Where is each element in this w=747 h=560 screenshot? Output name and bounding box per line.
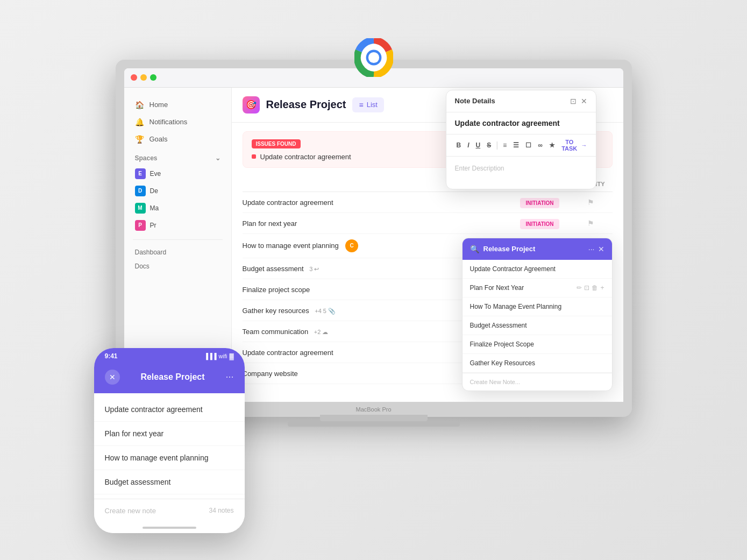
note-title[interactable]: Update contractor agreement [446,112,596,134]
task-cell: Gather key resources +4 5 📎 [243,306,467,315]
chrome-icon [354,38,393,77]
to-task-label: TO TASK [560,139,579,152]
wifi-icon: wifi [219,353,227,359]
notes-panel-controls: ··· ✕ [588,245,604,253]
space-item-eve[interactable]: E Eve [124,165,231,182]
note-list-item[interactable]: Update Contractor Agreement [463,260,612,279]
to-task-button[interactable]: TO TASK → [560,139,587,152]
search-icon[interactable]: 🔍 [470,245,479,253]
create-note-placeholder: Create New Note... [470,379,521,385]
project-icon: 🎯 [243,96,260,114]
space-item-pr[interactable]: P Pr [124,217,231,234]
issues-badge: ISSUES FOUND [252,139,301,148]
sidebar-item-goals[interactable]: 🏆 Goals [124,131,231,148]
notes-more-button[interactable]: ··· [588,245,595,253]
spaces-section: Spaces ⌄ [124,148,231,165]
popup-minimize-button[interactable]: ⊡ [570,97,577,105]
phone-menu-button[interactable]: ··· [225,371,233,382]
task-priority: ⚑ [570,218,613,228]
note-placeholder: Enter Description [455,165,504,172]
home-icon: 🏠 [135,101,144,109]
space-avatar-de: D [135,186,146,196]
note-list-item[interactable]: Gather Key Resources [463,354,612,373]
popup-controls: ⊡ ✕ [570,97,587,105]
task-meta: 3 ↩ [309,266,319,272]
bold-button[interactable]: B [455,140,463,150]
arrow-icon: → [581,142,587,148]
note-label: How To Manage Event Planning [470,303,562,310]
edit-icon[interactable]: ✏ [577,284,582,292]
phone-close-button[interactable]: ✕ [105,370,120,385]
stage-badge: INITIATION [520,219,559,229]
issue-label: Update contractor agreement [260,153,351,161]
popup-close-button[interactable]: ✕ [581,97,587,105]
sidebar-item-notifications[interactable]: 🔔 Notifications [124,114,231,131]
task-cell: Update contractor agreement [243,348,467,357]
space-item-ma[interactable]: M Ma [124,200,231,217]
phone-note-item[interactable]: Update contractor agreement [94,398,245,422]
task-meta: +4 5 📎 [315,308,336,314]
tab-list-label: List [367,101,378,109]
space-item-de[interactable]: D De [124,182,231,200]
traffic-light-red[interactable] [131,74,137,81]
link-button[interactable]: ∞ [536,140,544,150]
project-title: Release Project [266,98,346,111]
note-label: Finalize Project Scope [470,341,534,348]
ul-button[interactable]: ≡ [501,140,508,150]
task-priority: ⚑ [570,197,613,207]
phone-notes-list: Update contractor agreement Plan for nex… [94,393,245,499]
mobile-phone: 9:41 ▐▐▐ wifi ▓ ✕ Release Project ··· Up… [94,348,245,533]
phone-note-item[interactable]: How to manage event planning [94,446,245,470]
traffic-light-yellow[interactable] [140,74,147,81]
checkbox-button[interactable]: ☐ [524,140,533,150]
phone-create-note[interactable]: Create new note 34 notes [94,499,245,522]
ol-button[interactable]: ☰ [511,140,521,150]
create-new-note[interactable]: Create New Note... [463,373,612,391]
note-list-item[interactable]: Plan For Next Year ✏ ⊡ 🗑 + [463,279,612,297]
phone-note-item[interactable]: Budget assessment [94,470,245,494]
toolbar-sep-1: | [496,140,498,150]
traffic-light-green[interactable] [150,74,156,81]
task-cell: Team communication +2 ☁ [243,327,467,336]
notes-panel-title: Release Project [483,245,584,253]
task-name: Plan for next year [243,219,297,228]
note-list-item[interactable]: Budget Assessment [463,316,612,335]
phone-note-item[interactable]: Plan for next year [94,422,245,446]
note-body[interactable]: Enter Description [446,157,596,189]
phone-time: 9:41 [105,352,118,360]
tab-list[interactable]: ≡ List [352,97,383,112]
notes-close-button[interactable]: ✕ [598,245,604,253]
sidebar-label-notifications: Notifications [150,118,188,126]
task-name: Finalize project scope [243,286,310,294]
add-icon[interactable]: + [600,284,604,292]
copy-icon[interactable]: ⊡ [584,284,589,292]
sidebar-item-dashboard[interactable]: Dashboard [124,245,231,259]
space-label-pr: Pr [150,222,156,229]
star-button[interactable]: ★ [547,140,557,150]
scene: 🏠 Home 🔔 Notifications 🏆 Goals Spaces ⌄ [51,38,696,522]
note-list-item[interactable]: How To Manage Event Planning [463,297,612,316]
traffic-lights [131,74,156,81]
task-cell: Plan for next year [243,218,467,228]
note-label: Update Contractor Agreement [470,265,556,273]
underline-button[interactable]: U [474,140,482,150]
note-label: Gather Key Resources [470,359,535,367]
note-list-item[interactable]: Finalize Project Scope [463,335,612,354]
delete-icon[interactable]: 🗑 [592,284,598,292]
phone-status-icons: ▐▐▐ wifi ▓ [204,353,233,359]
sidebar-item-docs[interactable]: Docs [124,259,231,273]
space-label-de: De [150,187,158,195]
battery-icon: ▓ [229,353,233,359]
space-avatar-ma: M [135,203,146,214]
italic-button[interactable]: I [466,140,471,150]
phone-home-indicator [94,522,245,533]
task-cell: Company website [243,368,467,378]
priority-flag-icon: ⚑ [587,198,594,207]
strikethrough-button[interactable]: S [485,140,493,150]
table-row[interactable]: Update contractor agreement INITIATION ⚑ [243,192,613,213]
task-name: Budget assessment [243,265,304,273]
sidebar-item-home[interactable]: 🏠 Home [124,96,231,114]
priority-flag-icon: ⚑ [587,219,594,228]
phone-header: ✕ Release Project ··· [94,364,245,393]
table-row[interactable]: Plan for next year INITIATION ⚑ [243,213,613,234]
